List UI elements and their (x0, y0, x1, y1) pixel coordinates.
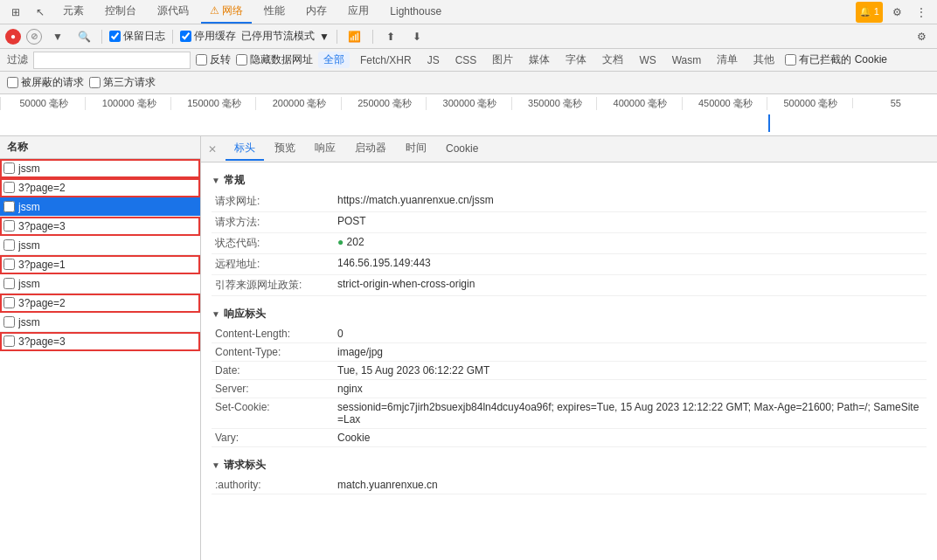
request-item-9[interactable]: jssm (0, 313, 200, 332)
timeline-marker (768, 114, 770, 132)
close-tab-btn[interactable]: ✕ (208, 143, 217, 156)
filter-media-btn[interactable]: 媒体 (524, 52, 555, 68)
hidden-data-checkbox[interactable] (236, 54, 247, 66)
tl-200k: 200000 毫秒 (255, 97, 340, 110)
request-item-2[interactable]: 3?page=2 (0, 178, 200, 197)
separator-2 (172, 30, 173, 44)
filter-doc-btn[interactable]: 文档 (597, 52, 628, 68)
wifi-icon[interactable]: 📶 (344, 26, 365, 47)
req-checkbox-1[interactable] (3, 162, 15, 174)
filter-font-btn[interactable]: 字体 (560, 52, 592, 68)
tab-elements[interactable]: 元素 (54, 0, 93, 24)
table-row: 引荐来源网址政策: strict-origin-when-cross-origi… (212, 275, 927, 296)
separator-3 (337, 30, 337, 44)
devtools-icon[interactable]: ⊞ (5, 2, 26, 23)
preserve-log-checkbox[interactable] (109, 31, 121, 42)
req-name-3: jssm (18, 201, 197, 213)
resp-content-type-key: Content-Type: (212, 343, 334, 362)
section-general-header[interactable]: ▼ 常规 (212, 169, 927, 191)
req-name-5: jssm (18, 239, 197, 252)
filter-css-btn[interactable]: CSS (450, 53, 482, 67)
throttle-label[interactable]: 已停用节流模式 ▼ (241, 29, 330, 44)
req-checkbox-8[interactable] (3, 297, 15, 308)
req-checkbox-7[interactable] (3, 278, 15, 289)
filter-manifest-btn[interactable]: 清单 (711, 52, 743, 68)
third-party-checkbox[interactable] (89, 77, 101, 88)
hidden-data-label[interactable]: 隐藏数据网址 (236, 52, 313, 67)
tab-sources[interactable]: 源代码 (149, 0, 198, 24)
tab-console[interactable]: 控制台 (96, 0, 145, 24)
tl-300k: 300000 毫秒 (426, 97, 510, 110)
settings-icon[interactable]: ⚙ (886, 2, 907, 23)
download-icon[interactable]: ⬇ (406, 26, 427, 47)
reverse-label[interactable]: 反转 (196, 52, 231, 67)
cursor-icon[interactable]: ↖ (30, 2, 51, 23)
filter-wasm-btn[interactable]: Wasm (667, 53, 707, 67)
req-name-1: jssm (18, 162, 197, 175)
filter-ws-btn[interactable]: WS (634, 53, 661, 67)
tab-performance[interactable]: 性能 (255, 0, 294, 24)
req-checkbox-10[interactable] (3, 335, 15, 347)
clear-btn[interactable]: ⊘ (26, 29, 42, 45)
tab-preview[interactable]: 预览 (266, 137, 304, 161)
request-item-8[interactable]: 3?page=2 (0, 294, 200, 313)
request-item-10[interactable]: 3?page=3 (0, 332, 200, 351)
tab-initiator[interactable]: 启动器 (346, 137, 395, 161)
request-item-1[interactable]: jssm (0, 159, 200, 178)
request-item-7[interactable]: jssm (0, 274, 200, 294)
tab-response[interactable]: 响应 (306, 137, 344, 161)
tab-application[interactable]: 应用 (339, 0, 378, 24)
blocked-cookies-checkbox[interactable] (785, 54, 796, 66)
req-checkbox-6[interactable] (3, 259, 15, 270)
record-btn[interactable]: ● (5, 29, 21, 45)
section-response-header[interactable]: ▼ 响应标头 (212, 303, 927, 325)
tab-memory[interactable]: 内存 (297, 0, 336, 24)
filter-label: 过滤 (7, 52, 28, 67)
throttle-dropdown-icon[interactable]: ▼ (319, 31, 330, 43)
filter-js-btn[interactable]: JS (422, 53, 445, 67)
filter-all-btn[interactable]: 全部 (318, 52, 350, 68)
general-url-val: https://match.yuanrenxue.cn/jssm (334, 191, 927, 212)
third-party-label[interactable]: 第三方请求 (89, 75, 156, 90)
request-item-6[interactable]: 3?page=1 (0, 255, 200, 274)
badge-icon[interactable]: 🔔 1 (856, 2, 883, 23)
disable-cache-label[interactable]: 停用缓存 (180, 29, 236, 44)
filter-other-btn[interactable]: 其他 (748, 52, 780, 68)
req-name-8: 3?page=2 (18, 297, 197, 309)
blocked-cookies-label[interactable]: 有已拦截的 Cookie (785, 52, 887, 67)
table-row: 请求网址: https://match.yuanrenxue.cn/jssm (212, 191, 927, 212)
tab-lighthouse[interactable]: Lighthouse (381, 2, 450, 23)
req-authority-key: :authority: (212, 476, 334, 494)
filter-fetch-btn[interactable]: Fetch/XHR (355, 53, 417, 67)
filter-icon[interactable]: ▼ (47, 26, 68, 47)
section-request-header[interactable]: ▼ 请求标头 (212, 454, 927, 476)
upload-icon[interactable]: ⬆ (380, 26, 401, 47)
settings2-icon[interactable]: ⚙ (911, 26, 932, 47)
tab-network[interactable]: ⚠ 网络 (201, 0, 252, 24)
request-item-5[interactable]: jssm (0, 236, 200, 255)
filter-input[interactable] (33, 52, 191, 69)
tab-timing[interactable]: 时间 (397, 137, 435, 161)
table-row: Date: Tue, 15 Aug 2023 06:12:22 GMT (212, 362, 927, 380)
preserve-log-label[interactable]: 保留日志 (109, 29, 165, 44)
more-icon[interactable]: ⋮ (911, 2, 932, 23)
reverse-checkbox[interactable] (196, 54, 207, 66)
blocked-requests-checkbox[interactable] (7, 77, 18, 88)
req-checkbox-2[interactable] (3, 182, 15, 193)
req-checkbox-9[interactable] (3, 316, 15, 328)
req-checkbox-3[interactable] (3, 201, 15, 212)
general-remote-key: 远程地址: (212, 254, 334, 275)
request-item-4[interactable]: 3?page=3 (0, 217, 200, 236)
filter-img-btn[interactable]: 图片 (487, 52, 518, 68)
tab-headers[interactable]: 标头 (226, 137, 264, 161)
tab-cookie[interactable]: Cookie (437, 139, 487, 160)
req-name-2: 3?page=2 (18, 182, 197, 194)
request-item-3[interactable]: jssm (0, 197, 200, 217)
req-checkbox-5[interactable] (3, 239, 15, 251)
blocked-requests-label[interactable]: 被屏蔽的请求 (7, 75, 84, 90)
req-checkbox-4[interactable] (3, 220, 15, 232)
search-icon[interactable]: 🔍 (73, 26, 94, 47)
disable-cache-checkbox[interactable] (180, 31, 191, 42)
section-response-triangle: ▼ (212, 309, 220, 319)
separator-1 (101, 30, 102, 44)
